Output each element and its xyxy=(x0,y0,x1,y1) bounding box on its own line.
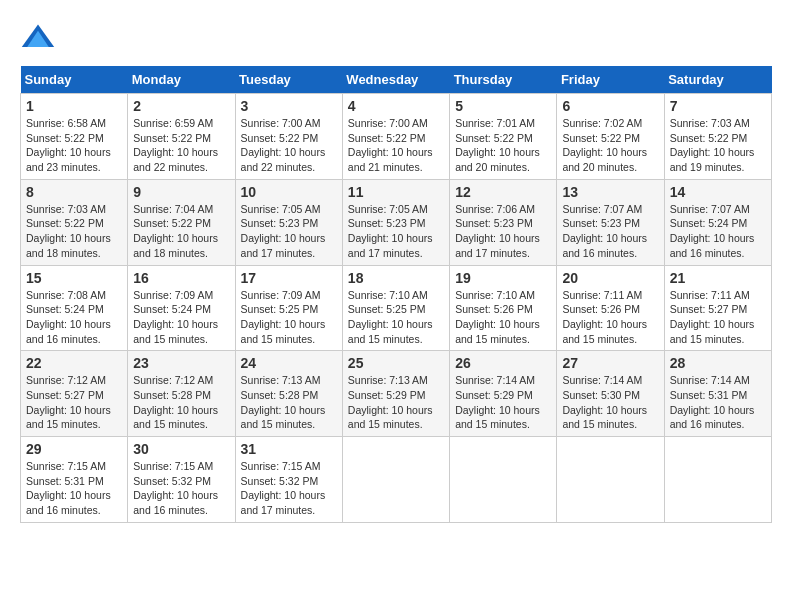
day-info: Sunrise: 7:14 AM Sunset: 5:31 PM Dayligh… xyxy=(670,373,766,432)
week-row-4: 22Sunrise: 7:12 AM Sunset: 5:27 PM Dayli… xyxy=(21,351,772,437)
calendar-cell: 3Sunrise: 7:00 AM Sunset: 5:22 PM Daylig… xyxy=(235,94,342,180)
weekday-header-tuesday: Tuesday xyxy=(235,66,342,94)
day-info: Sunrise: 7:03 AM Sunset: 5:22 PM Dayligh… xyxy=(26,202,122,261)
calendar-cell xyxy=(664,437,771,523)
day-number: 11 xyxy=(348,184,444,200)
day-info: Sunrise: 7:06 AM Sunset: 5:23 PM Dayligh… xyxy=(455,202,551,261)
calendar-cell: 17Sunrise: 7:09 AM Sunset: 5:25 PM Dayli… xyxy=(235,265,342,351)
day-number: 22 xyxy=(26,355,122,371)
week-row-3: 15Sunrise: 7:08 AM Sunset: 5:24 PM Dayli… xyxy=(21,265,772,351)
day-number: 21 xyxy=(670,270,766,286)
page-header xyxy=(20,20,772,56)
calendar-cell: 27Sunrise: 7:14 AM Sunset: 5:30 PM Dayli… xyxy=(557,351,664,437)
calendar-cell: 5Sunrise: 7:01 AM Sunset: 5:22 PM Daylig… xyxy=(450,94,557,180)
day-number: 25 xyxy=(348,355,444,371)
weekday-header-saturday: Saturday xyxy=(664,66,771,94)
weekday-header-monday: Monday xyxy=(128,66,235,94)
day-number: 29 xyxy=(26,441,122,457)
calendar-cell: 26Sunrise: 7:14 AM Sunset: 5:29 PM Dayli… xyxy=(450,351,557,437)
day-number: 4 xyxy=(348,98,444,114)
day-info: Sunrise: 7:12 AM Sunset: 5:27 PM Dayligh… xyxy=(26,373,122,432)
day-info: Sunrise: 7:11 AM Sunset: 5:27 PM Dayligh… xyxy=(670,288,766,347)
day-number: 26 xyxy=(455,355,551,371)
calendar-cell: 21Sunrise: 7:11 AM Sunset: 5:27 PM Dayli… xyxy=(664,265,771,351)
week-row-1: 1Sunrise: 6:58 AM Sunset: 5:22 PM Daylig… xyxy=(21,94,772,180)
week-row-5: 29Sunrise: 7:15 AM Sunset: 5:31 PM Dayli… xyxy=(21,437,772,523)
logo xyxy=(20,20,62,56)
day-info: Sunrise: 7:11 AM Sunset: 5:26 PM Dayligh… xyxy=(562,288,658,347)
calendar-cell: 4Sunrise: 7:00 AM Sunset: 5:22 PM Daylig… xyxy=(342,94,449,180)
day-info: Sunrise: 7:07 AM Sunset: 5:24 PM Dayligh… xyxy=(670,202,766,261)
calendar-cell: 11Sunrise: 7:05 AM Sunset: 5:23 PM Dayli… xyxy=(342,179,449,265)
day-number: 31 xyxy=(241,441,337,457)
day-info: Sunrise: 6:58 AM Sunset: 5:22 PM Dayligh… xyxy=(26,116,122,175)
calendar-cell xyxy=(342,437,449,523)
calendar-cell: 9Sunrise: 7:04 AM Sunset: 5:22 PM Daylig… xyxy=(128,179,235,265)
weekday-header-wednesday: Wednesday xyxy=(342,66,449,94)
calendar-cell: 7Sunrise: 7:03 AM Sunset: 5:22 PM Daylig… xyxy=(664,94,771,180)
day-number: 30 xyxy=(133,441,229,457)
day-info: Sunrise: 7:04 AM Sunset: 5:22 PM Dayligh… xyxy=(133,202,229,261)
calendar-cell: 14Sunrise: 7:07 AM Sunset: 5:24 PM Dayli… xyxy=(664,179,771,265)
weekday-header-thursday: Thursday xyxy=(450,66,557,94)
day-info: Sunrise: 7:01 AM Sunset: 5:22 PM Dayligh… xyxy=(455,116,551,175)
day-info: Sunrise: 7:02 AM Sunset: 5:22 PM Dayligh… xyxy=(562,116,658,175)
calendar-cell: 22Sunrise: 7:12 AM Sunset: 5:27 PM Dayli… xyxy=(21,351,128,437)
day-info: Sunrise: 7:05 AM Sunset: 5:23 PM Dayligh… xyxy=(348,202,444,261)
weekday-header-sunday: Sunday xyxy=(21,66,128,94)
day-info: Sunrise: 7:09 AM Sunset: 5:25 PM Dayligh… xyxy=(241,288,337,347)
logo-icon xyxy=(20,20,56,56)
day-info: Sunrise: 7:15 AM Sunset: 5:32 PM Dayligh… xyxy=(133,459,229,518)
day-number: 27 xyxy=(562,355,658,371)
day-number: 8 xyxy=(26,184,122,200)
calendar-cell: 19Sunrise: 7:10 AM Sunset: 5:26 PM Dayli… xyxy=(450,265,557,351)
day-number: 23 xyxy=(133,355,229,371)
calendar-cell xyxy=(557,437,664,523)
calendar-header: SundayMondayTuesdayWednesdayThursdayFrid… xyxy=(21,66,772,94)
day-info: Sunrise: 7:12 AM Sunset: 5:28 PM Dayligh… xyxy=(133,373,229,432)
day-number: 14 xyxy=(670,184,766,200)
day-info: Sunrise: 7:15 AM Sunset: 5:32 PM Dayligh… xyxy=(241,459,337,518)
day-number: 16 xyxy=(133,270,229,286)
calendar-cell: 18Sunrise: 7:10 AM Sunset: 5:25 PM Dayli… xyxy=(342,265,449,351)
day-info: Sunrise: 7:13 AM Sunset: 5:29 PM Dayligh… xyxy=(348,373,444,432)
day-number: 18 xyxy=(348,270,444,286)
day-info: Sunrise: 7:00 AM Sunset: 5:22 PM Dayligh… xyxy=(241,116,337,175)
calendar-cell: 2Sunrise: 6:59 AM Sunset: 5:22 PM Daylig… xyxy=(128,94,235,180)
calendar-cell: 20Sunrise: 7:11 AM Sunset: 5:26 PM Dayli… xyxy=(557,265,664,351)
day-info: Sunrise: 7:14 AM Sunset: 5:30 PM Dayligh… xyxy=(562,373,658,432)
weekday-header-friday: Friday xyxy=(557,66,664,94)
day-number: 17 xyxy=(241,270,337,286)
calendar-cell: 25Sunrise: 7:13 AM Sunset: 5:29 PM Dayli… xyxy=(342,351,449,437)
day-number: 1 xyxy=(26,98,122,114)
day-number: 15 xyxy=(26,270,122,286)
day-info: Sunrise: 7:10 AM Sunset: 5:26 PM Dayligh… xyxy=(455,288,551,347)
day-info: Sunrise: 7:08 AM Sunset: 5:24 PM Dayligh… xyxy=(26,288,122,347)
day-number: 24 xyxy=(241,355,337,371)
calendar-cell: 29Sunrise: 7:15 AM Sunset: 5:31 PM Dayli… xyxy=(21,437,128,523)
day-number: 19 xyxy=(455,270,551,286)
day-number: 6 xyxy=(562,98,658,114)
calendar-cell: 23Sunrise: 7:12 AM Sunset: 5:28 PM Dayli… xyxy=(128,351,235,437)
calendar-cell: 13Sunrise: 7:07 AM Sunset: 5:23 PM Dayli… xyxy=(557,179,664,265)
day-number: 5 xyxy=(455,98,551,114)
day-info: Sunrise: 7:05 AM Sunset: 5:23 PM Dayligh… xyxy=(241,202,337,261)
day-number: 10 xyxy=(241,184,337,200)
day-number: 9 xyxy=(133,184,229,200)
day-info: Sunrise: 6:59 AM Sunset: 5:22 PM Dayligh… xyxy=(133,116,229,175)
calendar-cell: 28Sunrise: 7:14 AM Sunset: 5:31 PM Dayli… xyxy=(664,351,771,437)
calendar-cell: 30Sunrise: 7:15 AM Sunset: 5:32 PM Dayli… xyxy=(128,437,235,523)
day-info: Sunrise: 7:14 AM Sunset: 5:29 PM Dayligh… xyxy=(455,373,551,432)
calendar-cell: 8Sunrise: 7:03 AM Sunset: 5:22 PM Daylig… xyxy=(21,179,128,265)
day-info: Sunrise: 7:07 AM Sunset: 5:23 PM Dayligh… xyxy=(562,202,658,261)
day-info: Sunrise: 7:09 AM Sunset: 5:24 PM Dayligh… xyxy=(133,288,229,347)
day-number: 7 xyxy=(670,98,766,114)
calendar-cell: 12Sunrise: 7:06 AM Sunset: 5:23 PM Dayli… xyxy=(450,179,557,265)
calendar-cell: 24Sunrise: 7:13 AM Sunset: 5:28 PM Dayli… xyxy=(235,351,342,437)
day-number: 13 xyxy=(562,184,658,200)
day-info: Sunrise: 7:13 AM Sunset: 5:28 PM Dayligh… xyxy=(241,373,337,432)
day-info: Sunrise: 7:00 AM Sunset: 5:22 PM Dayligh… xyxy=(348,116,444,175)
calendar-cell: 6Sunrise: 7:02 AM Sunset: 5:22 PM Daylig… xyxy=(557,94,664,180)
calendar-cell: 16Sunrise: 7:09 AM Sunset: 5:24 PM Dayli… xyxy=(128,265,235,351)
day-number: 3 xyxy=(241,98,337,114)
